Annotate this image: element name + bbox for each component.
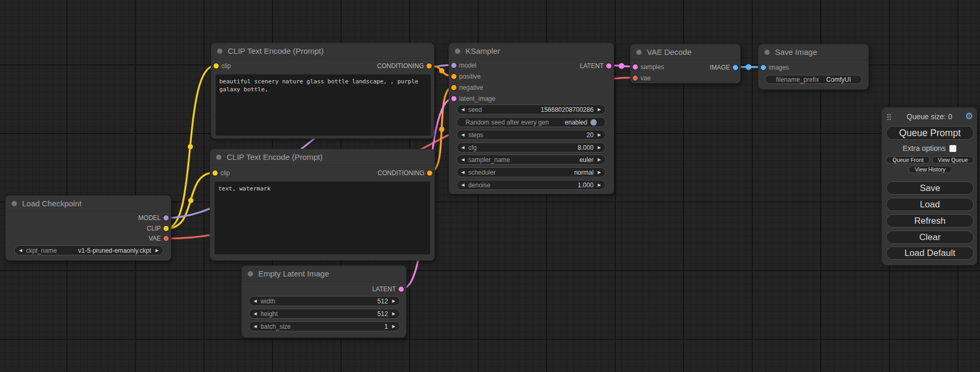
node-title-bar[interactable]: KSampler	[449, 43, 614, 59]
widget-filename-prefix[interactable]: filename_prefix ComfyUI	[765, 75, 862, 84]
link-middot[interactable]	[746, 64, 752, 70]
port-dot-model[interactable]	[451, 63, 457, 68]
node-title-bar[interactable]: Save Image	[759, 44, 868, 60]
port-dot-latent[interactable]	[399, 287, 404, 292]
node-empty-latent-image[interactable]: Empty Latent Image LATENT ◀ width 512 ▶ …	[241, 265, 406, 338]
node-save-image[interactable]: Save Image images filename_prefix ComfyU…	[758, 44, 869, 90]
node-clip-text-encode-positive[interactable]: CLIP Text Encode (Prompt) clip CONDITION…	[211, 43, 434, 139]
port-dot-conditioning[interactable]	[451, 85, 457, 90]
increment-arrow-icon[interactable]: ▶	[156, 245, 159, 255]
collapse-dot-icon[interactable]	[636, 50, 642, 55]
collapse-dot-icon[interactable]	[217, 49, 222, 54]
link-middot[interactable]	[188, 144, 193, 149]
increment-arrow-icon[interactable]: ▶	[392, 296, 395, 306]
port-dot-clip[interactable]	[212, 170, 218, 176]
load-default-button[interactable]: Load Default	[886, 246, 974, 260]
widget-height[interactable]: ◀ height 512 ▶	[249, 309, 400, 319]
increment-arrow-icon[interactable]: ▶	[598, 142, 601, 152]
port-dot-model[interactable]	[163, 215, 169, 221]
prompt-textarea[interactable]: beautiful scenery nature glass bottle la…	[216, 74, 431, 136]
widget-batch-size[interactable]: ◀ batch_size 1 ▶	[249, 321, 400, 331]
port-dot-vae[interactable]	[633, 75, 638, 81]
node-title: CLIP Text Encode (Prompt)	[228, 46, 324, 55]
collapse-dot-icon[interactable]	[248, 271, 253, 276]
decrement-arrow-icon[interactable]: ◀	[19, 245, 22, 255]
decrement-arrow-icon[interactable]: ◀	[254, 309, 257, 319]
node-load-checkpoint[interactable]: Load Checkpoint MODEL CLIP VAE ◀ ckpt_na…	[5, 195, 171, 261]
queue-prompt-button[interactable]: Queue Prompt	[886, 126, 974, 140]
decrement-arrow-icon[interactable]: ◀	[461, 180, 464, 190]
toggle-knob[interactable]	[590, 119, 597, 126]
save-button[interactable]: Save	[886, 182, 974, 195]
decrement-arrow-icon[interactable]: ◀	[461, 130, 464, 140]
widget-seed[interactable]: ◀ seed 156680208700286 ▶	[457, 104, 606, 115]
node-title-bar[interactable]: CLIP Text Encode (Prompt)	[210, 149, 434, 165]
increment-arrow-icon[interactable]: ▶	[598, 167, 601, 177]
port-dot-latent[interactable]	[633, 64, 638, 70]
widget-width[interactable]: ◀ width 512 ▶	[249, 296, 400, 306]
queue-panel-header: Queue size: 0 ⚙	[882, 112, 977, 122]
port-dot-vae[interactable]	[163, 236, 169, 241]
input-negative: negative	[449, 82, 483, 93]
port-dot-image[interactable]	[733, 65, 738, 70]
link-middot[interactable]	[439, 68, 444, 73]
decrement-arrow-icon[interactable]: ◀	[461, 167, 464, 177]
link-middot[interactable]	[188, 198, 193, 203]
node-title-bar[interactable]: VAE Decode	[630, 44, 740, 60]
input-images: images	[759, 62, 789, 73]
node-title-bar[interactable]: Empty Latent Image	[242, 266, 406, 282]
extra-options-checkbox[interactable]	[949, 145, 956, 152]
widget-ckpt-name[interactable]: ◀ ckpt_name v1-5-pruned-emaonly.ckpt ▶	[14, 245, 163, 255]
widget-scheduler[interactable]: ◀ scheduler normal ▶	[457, 167, 606, 177]
output-conditioning: CONDITIONING	[377, 61, 434, 71]
node-title-bar[interactable]: CLIP Text Encode (Prompt)	[211, 43, 434, 59]
node-title: Empty Latent Image	[258, 269, 329, 278]
increment-arrow-icon[interactable]: ▶	[598, 130, 601, 140]
refresh-button[interactable]: Refresh	[886, 214, 974, 227]
load-button[interactable]: Load	[886, 198, 974, 211]
clear-button[interactable]: Clear	[886, 231, 974, 244]
increment-arrow-icon[interactable]: ▶	[598, 155, 601, 165]
gear-icon[interactable]: ⚙	[965, 111, 973, 122]
link-middot[interactable]	[619, 63, 625, 69]
port-dot-conditioning[interactable]	[426, 63, 432, 69]
node-clip-text-encode-negative[interactable]: CLIP Text Encode (Prompt) clip CONDITION…	[210, 149, 435, 261]
node-ksampler[interactable]: KSampler model positive negative latent_…	[449, 43, 614, 194]
widget-cfg[interactable]: ◀ cfg 8.000 ▶	[457, 142, 606, 152]
decrement-arrow-icon[interactable]: ◀	[461, 142, 464, 152]
queue-menu-panel: Queue size: 0 ⚙ Queue Prompt Extra optio…	[881, 107, 977, 265]
widget-sampler-name[interactable]: ◀ sampler_name euler ▶	[457, 155, 606, 165]
node-title-bar[interactable]: Load Checkpoint	[6, 196, 171, 212]
increment-arrow-icon[interactable]: ▶	[392, 309, 395, 319]
prompt-textarea[interactable]: text, watermark	[215, 182, 430, 254]
port-dot-image[interactable]	[761, 65, 766, 70]
port-dot-conditioning[interactable]	[427, 170, 432, 176]
port-dot-latent[interactable]	[451, 96, 457, 101]
collapse-dot-icon[interactable]	[12, 201, 17, 206]
decrement-arrow-icon[interactable]: ◀	[461, 155, 464, 165]
port-dot-latent[interactable]	[606, 63, 612, 69]
increment-arrow-icon[interactable]: ▶	[598, 104, 601, 115]
widget-steps[interactable]: ◀ steps 20 ▶	[457, 130, 606, 140]
port-dot-clip[interactable]	[163, 226, 169, 231]
view-history-button[interactable]: View History	[908, 166, 952, 173]
view-queue-button[interactable]: View Queue	[932, 156, 974, 164]
node-graph-canvas[interactable]: Load Checkpoint MODEL CLIP VAE ◀ ckpt_na…	[0, 0, 980, 372]
increment-arrow-icon[interactable]: ▶	[598, 180, 601, 190]
node-vae-decode[interactable]: VAE Decode samples vae IMAGE	[630, 44, 741, 83]
decrement-arrow-icon[interactable]: ◀	[254, 296, 257, 306]
collapse-dot-icon[interactable]	[216, 155, 221, 160]
link-middot[interactable]	[439, 127, 444, 132]
decrement-arrow-icon[interactable]: ◀	[254, 321, 257, 331]
widget-random-seed-toggle[interactable]: Random seed after every gen enabled	[457, 117, 606, 127]
input-clip: clip	[210, 168, 230, 178]
queue-front-button[interactable]: Queue Front	[886, 156, 930, 164]
collapse-dot-icon[interactable]	[764, 50, 770, 55]
collapse-dot-icon[interactable]	[455, 49, 460, 54]
widget-denoise[interactable]: ◀ denoise 1.000 ▶	[457, 180, 606, 190]
increment-arrow-icon[interactable]: ▶	[392, 321, 395, 331]
port-dot-conditioning[interactable]	[451, 74, 457, 79]
decrement-arrow-icon[interactable]: ◀	[461, 104, 464, 115]
port-dot-clip[interactable]	[214, 63, 219, 69]
input-vae: vae	[630, 73, 651, 83]
